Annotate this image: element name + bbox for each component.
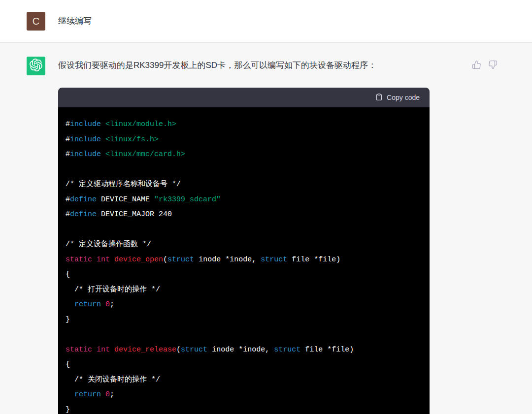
code-line: #include <linux/module.h> <box>66 117 422 132</box>
code-line: #include <linux/mmc/card.h> <box>66 147 422 162</box>
assistant-paragraph-row: 假设我们要驱动的是RK3399开发板上的SD卡，那么可以编写如下的块设备驱动程序… <box>58 57 498 88</box>
code-block-header: Copy code <box>58 88 430 107</box>
code-block: Copy code #include <linux/module.h>#incl… <box>58 88 430 414</box>
code-line: } <box>66 313 422 328</box>
code-line: { <box>66 357 422 373</box>
assistant-message-row: 假设我们要驱动的是RK3399开发板上的SD卡，那么可以编写如下的块设备驱动程序… <box>0 43 532 414</box>
user-message-text: 继续编写 <box>58 15 532 28</box>
code-line: return 0; <box>66 387 422 403</box>
code-line: { <box>66 267 422 283</box>
code-line: return 0; <box>66 297 422 313</box>
thumbs-down-button[interactable] <box>488 60 498 69</box>
code-line: static int device_release(struct inode *… <box>66 343 422 358</box>
code-line: static int device_open(struct inode *ino… <box>66 253 422 268</box>
code-line: /* 定义驱动程序名称和设备号 */ <box>66 177 422 192</box>
code-line: #include <linux/fs.h> <box>66 132 422 148</box>
user-avatar-letter: C <box>33 16 39 27</box>
copy-code-button[interactable]: Copy code <box>375 93 420 102</box>
assistant-message-text: 假设我们要驱动的是RK3399开发板上的SD卡，那么可以编写如下的块设备驱动程序… <box>58 59 466 72</box>
chatgpt-logo-icon <box>30 59 42 73</box>
copy-code-label: Copy code <box>387 94 420 101</box>
feedback-buttons <box>472 60 498 69</box>
code-line: /* 打开设备时的操作 */ <box>66 283 422 298</box>
thumbs-up-button[interactable] <box>472 60 481 69</box>
code-line <box>66 327 422 343</box>
thumbs-down-icon <box>488 60 498 69</box>
chatgpt-avatar <box>27 57 45 75</box>
code-line: } <box>66 403 422 414</box>
code-line <box>66 162 422 178</box>
user-avatar: C <box>27 12 45 31</box>
code-line: /* 定义设备操作函数 */ <box>66 237 422 253</box>
user-message-row: C 继续编写 <box>0 0 532 42</box>
clipboard-icon <box>375 93 383 102</box>
code-line: #define DEVICE_MAJOR 240 <box>66 207 422 223</box>
assistant-message-content: 假设我们要驱动的是RK3399开发板上的SD卡，那么可以编写如下的块设备驱动程序… <box>58 57 498 414</box>
code-line: /* 关闭设备时的操作 */ <box>66 373 422 388</box>
code-line <box>66 223 422 238</box>
code-content: #include <linux/module.h>#include <linux… <box>58 107 430 414</box>
thumbs-up-icon <box>472 60 481 69</box>
code-line: #define DEVICE_NAME "rk3399_sdcard" <box>66 192 422 208</box>
chat-page: C 继续编写 假设我们要驱动的是RK3399开发板上的SD卡，那么可以编写如下的… <box>0 0 532 414</box>
